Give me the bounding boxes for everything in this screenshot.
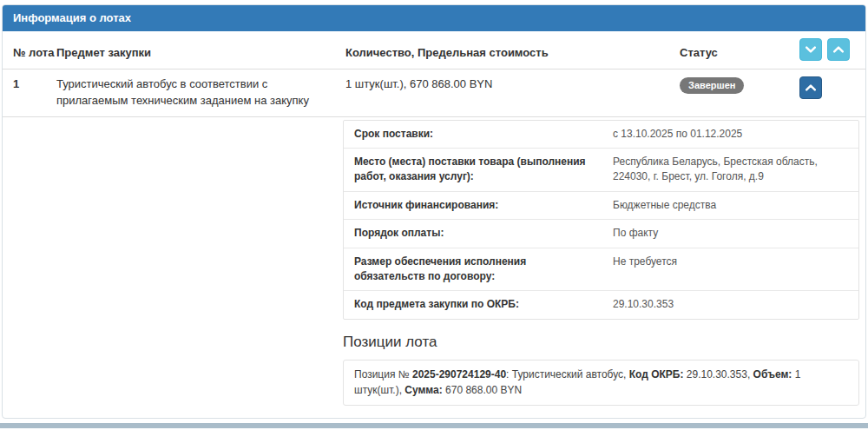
position-sum-label: Сумма: [404,384,442,396]
lot-positions-heading: Позиции лота [343,334,859,351]
panel-title: Информация о лотах [3,5,865,31]
position-okrb-value: 29.10.30.353, [683,368,753,380]
lots-table-header: № лота Предмет закупки Количество, Преде… [3,31,865,69]
lot-number: 1 [13,76,56,93]
position-number: 2025-290724129-40 [412,368,506,380]
lot-status-cell: Завершен [680,76,799,94]
detail-row-funding-source: Источник финансирования: Бюджетные средс… [344,191,858,219]
chevron-down-icon [806,46,816,53]
detail-value: Республика Беларусь, Брестская область, … [602,149,858,191]
column-header-subject: Предмет закупки [56,46,345,61]
sort-controls [799,38,855,61]
lot-details-table: Срок поставки: с 13.10.2025 по 01.12.202… [343,120,859,320]
lot-quantity: 1 штук(шт.), 670 868.00 BYN [345,76,680,93]
position-volume-label: Объем: [753,368,792,380]
column-header-lot-number: № лота [13,46,56,61]
lot-position-item: Позиция № 2025-290724129-40: Туристическ… [343,360,859,406]
position-prefix: Позиция № [354,368,412,380]
sort-descending-button[interactable] [799,38,822,61]
detail-value: По факту [602,220,858,247]
detail-label: Срок поставки: [344,121,602,148]
detail-label: Порядок оплаты: [344,220,602,247]
lots-info-panel: Информация о лотах № лота Предмет закупк… [2,4,866,419]
detail-value: Не требуется [602,248,858,291]
position-sum-value: 670 868.00 BYN [443,384,522,396]
horizontal-scrollbar[interactable] [0,423,868,428]
column-header-quantity: Количество, Предельная стоимость [345,46,680,61]
detail-label: Размер обеспечения исполнения обязательс… [344,248,602,291]
detail-row-payment-order: Порядок оплаты: По факту [344,219,858,247]
sort-ascending-button[interactable] [827,38,850,61]
detail-value: с 13.10.2025 по 01.12.2025 [602,121,858,148]
detail-value: 29.10.30.353 [602,291,858,318]
column-header-status: Статус [680,46,799,61]
status-badge: Завершен [680,77,744,94]
detail-value: Бюджетные средства [602,192,858,219]
detail-label: Код предмета закупки по ОКРБ: [344,291,602,318]
detail-label: Источник финансирования: [344,192,602,219]
detail-label: Место (места) поставки товара (выполнени… [344,149,602,191]
detail-row-delivery-place: Место (места) поставки товара (выполнени… [344,148,858,191]
position-okrb-label: Код ОКРБ: [629,368,684,380]
position-subject: : Туристический автобус, [506,368,629,380]
detail-row-contract-security: Размер обеспечения исполнения обязательс… [344,248,858,291]
lot-row-actions [799,76,855,99]
detail-row-delivery-period: Срок поставки: с 13.10.2025 по 01.12.202… [344,121,858,148]
collapse-lot-details-button[interactable] [799,76,822,99]
lot-subject: Туристический автобус в соответствии с п… [56,76,345,109]
chevron-up-icon [833,46,844,53]
lot-details-section: Срок поставки: с 13.10.2025 по 01.12.202… [3,117,865,418]
detail-row-okrb-code: Код предмета закупки по ОКРБ: 29.10.30.3… [344,290,858,318]
lot-row: 1 Туристический автобус в соответствии с… [3,69,865,117]
chevron-up-icon [806,84,816,91]
